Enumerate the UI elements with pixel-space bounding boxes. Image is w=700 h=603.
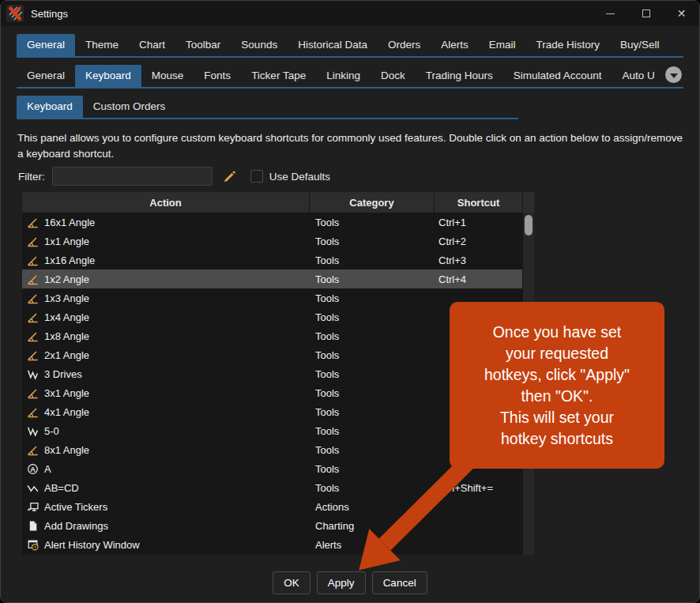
table-row[interactable]: 1x3 Angle Tools (22, 288, 522, 307)
tab-general[interactable]: General (17, 34, 75, 56)
subtab-keyboard[interactable]: Keyboard (17, 96, 83, 118)
angle-icon (27, 292, 39, 304)
angle-icon (27, 311, 39, 323)
action-label: Add Drawings (44, 520, 108, 532)
table-row[interactable]: 5-0 Tools (22, 421, 522, 440)
titlebar: Settings ✕ (1, 1, 699, 26)
tab-general[interactable]: General (17, 65, 75, 87)
minimize-button[interactable] (593, 1, 628, 26)
tab-fonts[interactable]: Fonts (194, 65, 241, 87)
action-label: 16x1 Angle (44, 217, 95, 228)
column-header-shortcut[interactable]: Shortcut (434, 192, 522, 213)
tab-orders[interactable]: Orders (378, 34, 431, 56)
ticker-icon (27, 501, 39, 513)
column-header-action[interactable]: Action (22, 192, 309, 213)
action-label: Alert History Window (44, 539, 140, 551)
tab-toolbar[interactable]: Toolbar (175, 34, 231, 56)
use-defaults-checkbox[interactable] (250, 170, 263, 183)
shortcut-label: Ctrl+4 (434, 269, 522, 288)
category-label: Tools (309, 478, 434, 497)
table-row[interactable]: AB=CD Tools Ctrl+Shift+= (22, 478, 522, 497)
table-row[interactable]: 8x1 Angle Tools (22, 440, 522, 459)
angle-icon (27, 330, 39, 342)
action-label: 1x2 Angle (44, 273, 89, 285)
action-label: 1x16 Angle (44, 254, 95, 266)
tab-keyboard[interactable]: Keyboard (75, 65, 141, 87)
action-label: 4x1 Angle (44, 406, 89, 418)
table-row[interactable]: 4x1 Angle Tools (22, 402, 522, 421)
angle-icon (27, 387, 39, 399)
category-label: Tools (309, 383, 434, 402)
table-row[interactable]: Active Tickers Actions (22, 497, 522, 516)
pencil-icon[interactable] (223, 169, 237, 183)
tab-sounds[interactable]: Sounds (231, 34, 288, 56)
column-header-category[interactable]: Category (309, 192, 434, 213)
tab-linking[interactable]: Linking (316, 65, 371, 87)
action-label: 1x3 Angle (44, 292, 89, 304)
table-row[interactable]: 1x2 Angle Tools Ctrl+4 (22, 269, 522, 288)
shortcut-label: Ctrl+1 (434, 213, 522, 232)
category-label: Tools (309, 421, 434, 440)
filter-input[interactable] (52, 167, 213, 186)
action-label: 1x8 Angle (44, 330, 89, 342)
category-label: Tools (309, 288, 434, 307)
tab-dock[interactable]: Dock (371, 65, 416, 87)
table-row[interactable]: 1x1 Angle Tools Ctrl+2 (22, 232, 522, 251)
table-row[interactable]: 3 Drives Tools (22, 364, 522, 383)
tab-historical-data[interactable]: Historical Data (288, 34, 378, 56)
chevron-down-icon (670, 73, 678, 78)
maximize-button[interactable] (628, 1, 664, 26)
tab-buy-sell[interactable]: Buy/Sell (610, 34, 670, 56)
angle-icon (27, 444, 39, 456)
action-label: 2x1 Angle (44, 349, 89, 361)
tab-trade-history[interactable]: Trade History (525, 34, 610, 56)
table-row[interactable]: 3x1 Angle Tools (22, 383, 522, 402)
apply-button[interactable]: Apply (317, 571, 366, 594)
tab-row-secondary: GeneralKeyboardMouseFontsTicker TapeLink… (17, 65, 683, 89)
action-label: 1x1 Angle (44, 236, 89, 247)
tab-ticker-tape[interactable]: Ticker Tape (241, 65, 316, 87)
table-row[interactable]: A A Tools (22, 459, 522, 478)
scrollbar-thumb[interactable] (525, 215, 533, 236)
tab-alerts[interactable]: Alerts (431, 34, 479, 56)
cancel-button[interactable]: Cancel (372, 571, 427, 594)
tab-trading-hours[interactable]: Trading Hours (416, 65, 503, 87)
action-label: 8x1 Angle (44, 444, 89, 456)
table-row[interactable]: 1x8 Angle Tools (22, 326, 522, 345)
category-label: Tools (309, 307, 434, 326)
category-label: Tools (309, 364, 434, 383)
svg-text:A: A (30, 465, 36, 473)
zigzag-icon (27, 482, 39, 494)
tab-chart[interactable]: Chart (129, 34, 175, 56)
tab-email[interactable]: Email (479, 34, 526, 56)
action-label: 1x4 Angle (44, 311, 89, 323)
close-button[interactable]: ✕ (664, 1, 699, 26)
table-row[interactable]: 16x1 Angle Tools Ctrl+1 (22, 213, 522, 232)
table-row[interactable]: 1x4 Angle Tools (22, 307, 522, 326)
shortcut-label: Ctrl+Shift+= (434, 478, 522, 497)
table-row[interactable]: Add Drawings Charting (22, 516, 522, 535)
table-row[interactable]: 1x16 Angle Tools Ctrl+3 (22, 251, 522, 269)
shortcut-label (434, 535, 522, 554)
zigzag-w-icon (27, 425, 39, 437)
tab-auto-u[interactable]: Auto U (612, 65, 665, 87)
category-label: Tools (309, 232, 434, 251)
table-row[interactable]: 2x1 Angle Tools (22, 345, 522, 364)
angle-icon (27, 349, 39, 361)
action-label: AB=CD (44, 482, 79, 494)
zigzag-w-icon (27, 368, 39, 380)
subtab-custom-orders[interactable]: Custom Orders (83, 96, 176, 118)
table-row[interactable]: Alert History Window Alerts (22, 535, 522, 554)
angle-icon (27, 406, 39, 418)
tab-overflow-button[interactable] (665, 66, 682, 83)
action-label: Active Tickers (44, 501, 107, 513)
tab-mouse[interactable]: Mouse (141, 65, 194, 87)
tab-theme[interactable]: Theme (75, 34, 129, 56)
category-label: Tools (309, 326, 434, 345)
tab-simulated-account[interactable]: Simulated Account (503, 65, 612, 87)
category-label: Actions (309, 497, 434, 516)
category-label: Tools (309, 440, 434, 459)
shortcut-label: Ctrl+2 (434, 232, 522, 251)
use-defaults-label: Use Defaults (269, 171, 330, 183)
ok-button[interactable]: OK (273, 571, 310, 594)
